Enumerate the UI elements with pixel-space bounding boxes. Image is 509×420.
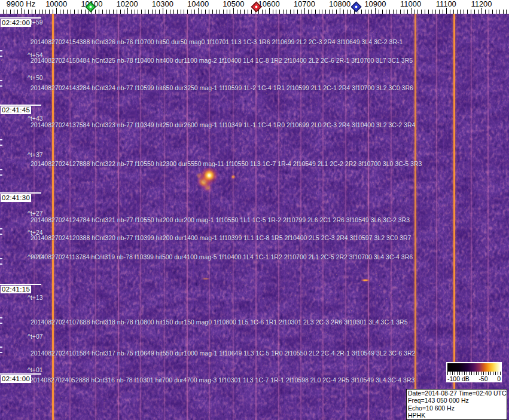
time-minor-tick (0, 50, 2, 51)
ruler-minor-tick (443, 10, 443, 14)
ruler-minor-tick (248, 10, 248, 14)
ruler-minor-tick (230, 10, 230, 14)
time-minor-tick (0, 263, 2, 265)
ruler-minor-tick (460, 10, 461, 14)
ruler-minor-tick (237, 10, 237, 14)
time-minor-tick (0, 347, 2, 348)
time-minor-tick (0, 174, 2, 176)
ruler-minor-tick (28, 10, 29, 14)
detection-record: 20140827024107688 hCnt318 nb-78 f10800 h… (31, 318, 408, 326)
ruler-minor-tick (39, 10, 39, 14)
ruler-minor-tick (379, 10, 379, 14)
ruler-minor-tick (414, 10, 414, 14)
echo-streak-faint (202, 277, 209, 280)
detection-record: 20140827024052888 hCnt316 nb-78 f10301 h… (30, 376, 414, 384)
time-label: 02:41:00 (1, 375, 31, 383)
ruler-minor-tick (124, 10, 124, 14)
db-scale-label: -50 (478, 375, 487, 382)
ruler-minor-tick (152, 10, 153, 14)
ruler-minor-tick (397, 10, 397, 14)
ruler-minor-tick (467, 10, 468, 14)
ruler-minor-tick (350, 10, 351, 14)
ruler-minor-tick (60, 10, 60, 14)
ruler-minor-tick (478, 10, 478, 14)
ruler-major-tick (269, 8, 270, 14)
ruler-minor-tick (499, 10, 500, 14)
ruler-minor-tick (404, 10, 404, 14)
ruler-minor-tick (117, 10, 117, 14)
carrier-line (487, 14, 489, 420)
time-minor-tick (0, 145, 2, 146)
ruler-major-tick (21, 8, 22, 14)
frequency-tick-label: 10800 (329, 0, 350, 8)
echo-dot (230, 173, 236, 180)
frequency-tick-label: 10200 (117, 0, 138, 8)
ruler-minor-tick (216, 10, 217, 14)
time-tick-line (0, 192, 41, 194)
info-line: HPHK (408, 412, 507, 419)
detection-record: 20140827024143284 hCnt324 nb-77 f10599 h… (31, 84, 413, 91)
detection-record: 20140827024150484 hCnt325 nb-78 f10400 h… (31, 57, 413, 64)
ruler-minor-tick (138, 10, 138, 14)
frequency-tick-label: 10300 (152, 0, 173, 8)
ruler-minor-tick (286, 10, 287, 14)
ruler-minor-tick (315, 10, 316, 14)
ruler-minor-tick (17, 10, 18, 14)
ruler-minor-tick (78, 10, 78, 14)
time-minor-tick (0, 234, 2, 235)
info-line: Freq=143 050 000 Hz (408, 397, 507, 404)
meteor-spectrogram-window: 9900 Hz100001010010200103001040010500106… (0, 0, 509, 420)
ruler-minor-tick (417, 10, 418, 14)
ruler-minor-tick (464, 10, 464, 14)
ruler-minor-tick (95, 10, 96, 14)
ruler-minor-tick (223, 10, 224, 14)
ruler-minor-tick (53, 10, 53, 14)
carrier-line (453, 14, 455, 420)
time-minor-tick (0, 85, 2, 87)
ruler-minor-tick (156, 10, 156, 14)
ruler-minor-tick (347, 10, 348, 14)
ruler-minor-tick (99, 10, 99, 14)
info-line: Echo=10 600 Hz (408, 404, 507, 412)
ruler-major-tick (233, 8, 234, 14)
time-tick-line (0, 105, 41, 106)
blue-diamond-marker[interactable] (350, 1, 361, 12)
frequency-tick-label: 11000 (400, 0, 421, 8)
time-label: 02:41:45 (1, 106, 31, 114)
detection-record: 20140827024113784 hCnt319 nb-78 f10399 h… (31, 253, 413, 260)
frequency-ruler: 9900 Hz100001010010200103001040010500106… (0, 0, 509, 14)
ruler-minor-tick (506, 10, 507, 14)
carrier-line (471, 14, 472, 420)
ruler-minor-tick (273, 10, 273, 14)
ruler-minor-tick (471, 10, 471, 14)
detection-tag: ^t+01 (28, 366, 43, 373)
ruler-minor-tick (49, 10, 50, 14)
time-label: 02:41:30 (1, 194, 31, 202)
ruler-minor-tick (439, 10, 440, 14)
time-minor-tick (0, 317, 2, 318)
ruler-minor-tick (106, 10, 106, 14)
ruler-minor-tick (212, 10, 213, 14)
ruler-minor-tick (35, 10, 36, 14)
ruler-minor-tick (10, 10, 11, 14)
ruler-minor-tick (74, 10, 75, 14)
ruler-minor-tick (496, 10, 496, 14)
ruler-minor-tick (297, 10, 298, 14)
ruler-minor-tick (365, 10, 365, 14)
detection-tag: ^t+07 (28, 333, 43, 340)
ruler-minor-tick (244, 10, 245, 14)
station-info-box: Date=2014-08-27 Time=02:40 UTCFreq=143 0… (406, 389, 507, 420)
ruler-minor-tick (400, 10, 401, 14)
ruler-minor-tick (220, 10, 220, 14)
ruler-minor-tick (173, 10, 174, 14)
time-minor-tick (0, 352, 2, 353)
ruler-major-tick (127, 8, 128, 14)
ruler-minor-tick (503, 10, 504, 14)
ruler-minor-tick (319, 10, 319, 14)
time-tick-line (0, 284, 41, 285)
time-minor-tick (0, 169, 2, 170)
ruler-minor-tick (227, 10, 227, 14)
frequency-tick-label: 10400 (187, 0, 209, 8)
carrier-line (414, 14, 416, 420)
detection-record: 20140827024124784 hCnt321 nb-77 f10550 h… (31, 216, 410, 223)
